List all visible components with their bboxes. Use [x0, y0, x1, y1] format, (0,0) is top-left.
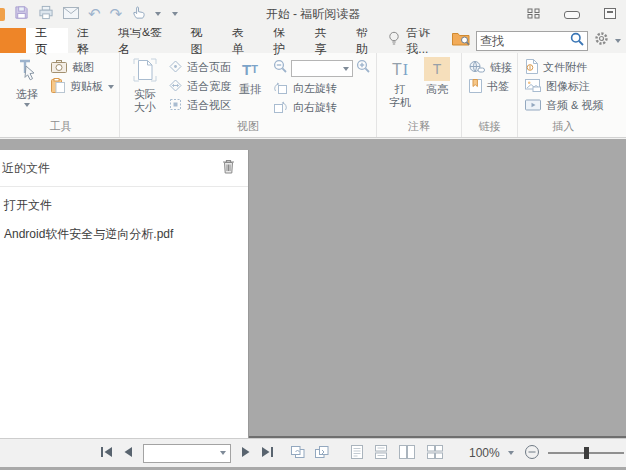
rotate-left-icon	[273, 81, 288, 97]
search-icon[interactable]	[570, 32, 584, 50]
print-icon[interactable]	[38, 5, 54, 24]
foxit-reader-window: ↶ ↷ 开始 - 福昕阅读器 主页 注释 填写&签名 视图 表单 保护 共享 帮…	[0, 0, 626, 470]
maximize-icon[interactable]	[604, 5, 616, 23]
previous-view-icon[interactable]	[290, 445, 305, 461]
layout-grid-icon[interactable]	[527, 5, 540, 23]
page-number-input[interactable]	[148, 446, 220, 460]
find-search-box	[476, 31, 588, 51]
tab-fill-sign[interactable]: 填写&签名	[109, 28, 182, 53]
save-icon[interactable]	[14, 5, 29, 24]
rotate-left-button[interactable]: 向左旋转	[273, 80, 371, 97]
group-label-view: 视图	[125, 118, 371, 137]
tab-share[interactable]: 共享	[306, 28, 347, 53]
next-view-icon[interactable]	[314, 445, 329, 461]
tab-help[interactable]: 帮助	[347, 28, 388, 53]
recent-files-panel: 近的文件 打开文件 Android软件安全与逆向分析.pdf	[0, 150, 249, 438]
folder-search-icon[interactable]	[452, 31, 470, 50]
bookmark-button[interactable]: 书签	[469, 78, 512, 95]
zoom-slider-minus-icon[interactable]	[524, 444, 540, 463]
typewriter-icon: TI	[392, 57, 408, 81]
first-page-icon[interactable]	[100, 446, 113, 461]
typewriter-button[interactable]: TI 打 字机	[382, 55, 418, 109]
audio-video-button[interactable]: 音频 & 视频	[525, 97, 603, 114]
group-label-comment: 注释	[382, 118, 456, 137]
select-dropdown-icon[interactable]	[24, 103, 30, 107]
hand-tool-icon[interactable]	[131, 5, 146, 24]
undo-icon[interactable]: ↶	[88, 7, 101, 21]
fit-page-button[interactable]: 适合页面	[169, 59, 231, 76]
audio-video-icon	[525, 99, 541, 113]
continuous-facing-layout-icon[interactable]	[427, 445, 443, 462]
file-menu-button[interactable]	[0, 28, 26, 53]
ribbon-group-view: 实际 大小 适合页面 适合宽度 适合视区	[120, 53, 377, 137]
snapshot-button[interactable]: 截图	[51, 59, 114, 76]
window-controls	[527, 5, 626, 23]
group-label-links: 链接	[467, 118, 512, 137]
rotate-right-icon	[273, 100, 288, 116]
clipboard-icon	[51, 78, 65, 95]
gear-icon[interactable]	[594, 31, 609, 50]
page-number-combobox	[143, 444, 231, 463]
group-label-insert: 插入	[523, 118, 603, 137]
file-attachment-button[interactable]: 文件附件	[525, 59, 603, 76]
quick-access-toolbar: ↶ ↷	[0, 5, 178, 24]
lightbulb-icon	[388, 31, 400, 51]
ribbon-group-tools: 选择 截图 剪贴板 工具	[2, 53, 120, 137]
zoom-slider-handle[interactable]	[584, 447, 589, 459]
select-button[interactable]: 选择	[7, 55, 47, 107]
image-annotation-icon	[525, 79, 541, 94]
rotate-right-button[interactable]: 向右旋转	[273, 99, 371, 116]
facing-layout-icon[interactable]	[399, 445, 415, 462]
tab-home[interactable]: 主页	[26, 28, 67, 53]
highlight-button[interactable]: T 高亮	[418, 55, 456, 96]
clipboard-dropdown-icon[interactable]	[108, 85, 114, 89]
tab-bar-tools: 告诉我...	[388, 28, 626, 53]
zoom-level-combobox	[291, 60, 353, 77]
camera-icon	[51, 60, 67, 75]
reflow-button[interactable]: TT 重排	[231, 55, 267, 96]
zoom-combobox-dropdown-icon[interactable]	[343, 67, 349, 71]
group-label-tools: 工具	[7, 118, 114, 137]
ribbon-home: 选择 截图 剪贴板 工具	[0, 53, 626, 138]
last-page-icon[interactable]	[261, 446, 274, 461]
hand-tool-dropdown-icon[interactable]	[155, 12, 161, 16]
reflow-icon: TT	[242, 57, 258, 81]
zoom-level-input[interactable]	[295, 63, 343, 75]
next-page-icon[interactable]	[241, 446, 251, 461]
fit-width-button[interactable]: 适合宽度	[169, 78, 231, 95]
bookmark-icon	[469, 79, 482, 95]
tab-protect[interactable]: 保护	[264, 28, 305, 53]
email-icon[interactable]	[63, 5, 79, 23]
zoom-in-icon[interactable]	[356, 59, 371, 78]
open-file-item[interactable]: 打开文件	[0, 187, 248, 216]
minimize-icon[interactable]	[564, 5, 580, 23]
actual-size-button[interactable]: 实际 大小	[125, 55, 165, 114]
continuous-layout-icon[interactable]	[375, 445, 387, 462]
zoom-slider[interactable]	[548, 452, 624, 454]
single-page-layout-icon[interactable]	[351, 445, 363, 462]
find-search-input[interactable]	[480, 34, 570, 48]
actual-size-icon	[132, 57, 158, 86]
clipboard-button[interactable]: 剪贴板	[51, 78, 114, 95]
fit-visible-button[interactable]: 适合视区	[169, 97, 231, 114]
ribbon-tab-bar: 主页 注释 填写&签名 视图 表单 保护 共享 帮助 告诉我...	[0, 28, 626, 53]
zoom-out-icon[interactable]	[273, 59, 288, 78]
tab-view[interactable]: 视图	[182, 28, 223, 53]
recent-file-item[interactable]: Android软件安全与逆向分析.pdf	[0, 216, 248, 245]
redo-icon[interactable]: ↷	[110, 7, 123, 21]
link-icon	[469, 60, 485, 76]
link-button[interactable]: 链接	[469, 59, 512, 76]
zoom-percentage-dropdown-icon[interactable]	[508, 451, 514, 455]
ribbon-group-insert: 文件附件 图像标注 音频 & 视频 插入	[518, 53, 608, 137]
tab-form[interactable]: 表单	[223, 28, 264, 53]
image-annotation-button[interactable]: 图像标注	[525, 78, 603, 95]
title-bar: ↶ ↷ 开始 - 福昕阅读器	[0, 0, 626, 28]
tab-comment[interactable]: 注释	[68, 28, 109, 53]
recent-files-title: 近的文件	[2, 160, 50, 177]
gear-dropdown-icon[interactable]	[615, 39, 621, 43]
toolbar-more-icon[interactable]	[172, 12, 178, 16]
previous-page-icon[interactable]	[123, 446, 133, 461]
trash-icon[interactable]	[222, 159, 235, 177]
page-combobox-dropdown-icon[interactable]	[220, 451, 226, 455]
zoom-percentage[interactable]: 100%	[469, 446, 500, 460]
